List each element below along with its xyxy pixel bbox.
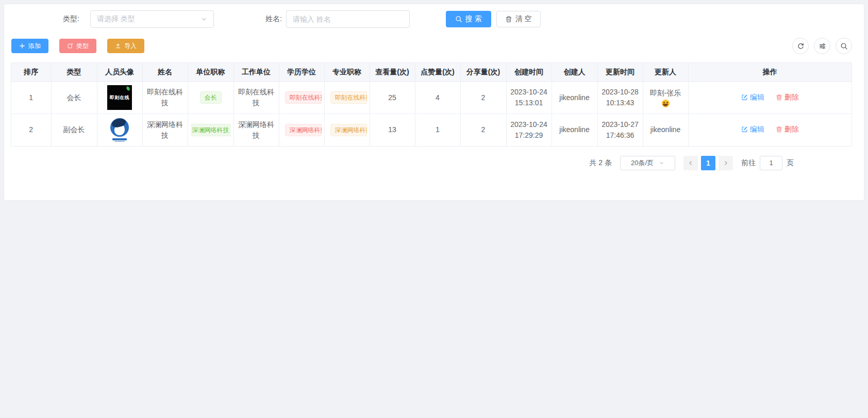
refresh-icon-button[interactable] <box>792 38 809 54</box>
cell-views: 25 <box>370 82 415 114</box>
logo-caption <box>112 138 127 140</box>
cell-actions: 编辑 删除 <box>688 82 852 114</box>
cell-avatar: 即刻在线 <box>97 82 142 114</box>
header-likes: 点赞量(次) <box>415 63 460 82</box>
delete-link-label: 删除 <box>784 124 799 135</box>
profession-tag: 即刻在线科技 <box>330 91 367 104</box>
search-icon <box>455 15 462 23</box>
import-button-label: 导入 <box>124 42 137 51</box>
edit-link[interactable]: 编辑 <box>741 92 764 103</box>
search-button-label: 搜 索 <box>465 14 482 24</box>
cell-work-unit: 深澜网络科技 <box>233 114 279 146</box>
type-button[interactable]: 类型 <box>59 39 96 53</box>
page-size-select[interactable]: 20条/页 <box>620 156 675 170</box>
type-select-placeholder: 请选择 类型 <box>97 14 135 24</box>
table-header-row: 排序 类型 人员头像 姓名 单位职称 工作单位 学历学位 专业职称 查看量(次)… <box>11 63 852 82</box>
add-button-label: 添加 <box>28 42 41 51</box>
cell-sort: 2 <box>11 114 51 146</box>
avatar-logo-text: 即刻在线 <box>110 92 129 103</box>
header-actions: 操作 <box>688 63 852 82</box>
grin-emoji-icon <box>662 100 670 107</box>
goto-page-input[interactable] <box>760 156 782 170</box>
search-button[interactable]: 搜 索 <box>446 11 491 27</box>
search-icon-button[interactable] <box>836 38 852 54</box>
logo-caption <box>114 141 125 142</box>
cell-shares: 2 <box>460 114 506 146</box>
trash-icon <box>505 15 512 23</box>
cell-name: 即刻在线科技 <box>142 82 188 114</box>
cell-updated-time: 2023-10-28 10:13:43 <box>597 82 643 114</box>
type-select[interactable]: 请选择 类型 <box>90 10 214 28</box>
header-shares: 分享量(次) <box>460 63 506 82</box>
header-views: 查看量(次) <box>370 63 415 82</box>
toolbar: 添加 类型 导入 <box>4 34 864 58</box>
cell-name: 深澜网络科技 <box>142 114 188 146</box>
delete-link[interactable]: 删除 <box>776 92 799 103</box>
delete-link[interactable]: 删除 <box>776 124 799 135</box>
cell-actions: 编辑 删除 <box>688 114 852 146</box>
cell-profession: 深澜网络科技 <box>324 114 370 146</box>
cell-unit-title: 深澜网络科技 <box>188 114 233 146</box>
page-number-1[interactable]: 1 <box>701 156 715 170</box>
cell-likes: 1 <box>415 114 460 146</box>
header-name: 姓名 <box>142 63 188 82</box>
chevron-right-icon <box>723 160 729 166</box>
edit-link[interactable]: 编辑 <box>741 124 764 135</box>
column-settings-icon-button[interactable] <box>814 38 830 54</box>
pagination: 共 2 条 20条/页 1 前往 页 <box>4 147 864 180</box>
profession-tag: 深澜网络科技 <box>330 124 367 136</box>
name-input[interactable] <box>286 10 410 28</box>
trash-icon <box>776 126 782 133</box>
company-logo-icon <box>110 118 129 137</box>
header-sort: 排序 <box>11 63 51 82</box>
cell-created-time: 2023-10-24 15:13:01 <box>506 82 552 114</box>
cell-updated-time: 2023-10-27 17:46:36 <box>597 114 643 146</box>
prev-page-button[interactable] <box>683 156 698 170</box>
cell-avatar <box>97 114 142 146</box>
cell-education: 即刻在线科技 <box>279 82 324 114</box>
cell-education: 深澜网络科技 <box>279 114 324 146</box>
table-tools <box>792 38 852 54</box>
avatar: 即刻在线 <box>107 85 132 110</box>
plus-icon <box>19 43 25 49</box>
cell-likes: 4 <box>415 82 460 114</box>
cell-type: 副会长 <box>51 114 97 146</box>
header-avatar: 人员头像 <box>97 63 142 82</box>
cell-updater: jikeonline <box>643 114 688 146</box>
chevron-down-icon <box>201 16 207 22</box>
leaf-icon <box>126 86 130 91</box>
table-row: 2 副会长 深澜网络科技 深澜网络科技 深澜网络科技 <box>11 114 852 146</box>
header-type: 类型 <box>51 63 97 82</box>
updater-name: 即刻-张乐 <box>650 88 681 99</box>
header-unit-title: 单位职称 <box>188 63 233 82</box>
upload-icon <box>115 43 121 49</box>
unit-title-tag: 深澜网络科技 <box>191 124 231 136</box>
header-created-time: 创建时间 <box>506 63 552 82</box>
education-tag: 即刻在线科技 <box>285 91 322 104</box>
type-filter-label: 类型: <box>63 14 79 24</box>
goto-label: 前往 <box>741 158 756 168</box>
education-tag: 深澜网络科技 <box>285 124 322 136</box>
goto-suffix: 页 <box>787 158 794 168</box>
edit-icon <box>741 94 748 101</box>
add-button[interactable]: 添加 <box>11 39 48 53</box>
edit-link-label: 编辑 <box>750 124 764 135</box>
pagination-total: 共 2 条 <box>589 158 612 168</box>
delete-link-label: 删除 <box>784 92 799 103</box>
header-creator: 创建人 <box>552 63 597 82</box>
cell-shares: 2 <box>460 82 506 114</box>
header-profession: 专业职称 <box>324 63 370 82</box>
cell-work-unit: 即刻在线科技 <box>233 82 279 114</box>
cell-sort: 1 <box>11 82 51 114</box>
cell-created-time: 2023-10-24 17:29:29 <box>506 114 552 146</box>
cell-updater: 即刻-张乐 <box>643 82 688 114</box>
next-page-button[interactable] <box>719 156 733 170</box>
chevron-left-icon <box>688 160 694 166</box>
cell-unit-title: 会长 <box>188 82 233 114</box>
import-button[interactable]: 导入 <box>107 39 144 53</box>
header-updater: 更新人 <box>643 63 688 82</box>
name-filter-label: 姓名: <box>265 14 282 24</box>
clear-button[interactable]: 清 空 <box>496 11 541 27</box>
content-card: 类型: 请选择 类型 姓名: 搜 索 清 空 添加 <box>4 4 864 200</box>
cell-creator: jikeonline <box>552 82 597 114</box>
